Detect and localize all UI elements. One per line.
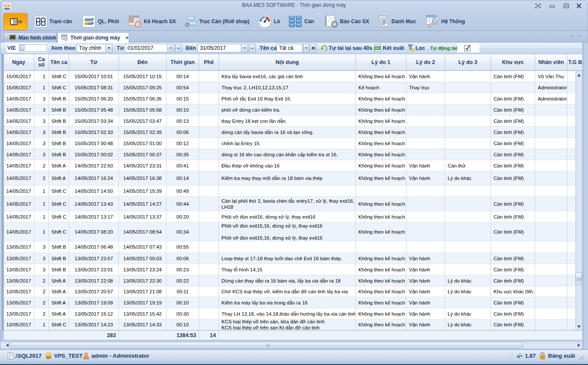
svg-text:XLS: XLS xyxy=(375,47,380,49)
